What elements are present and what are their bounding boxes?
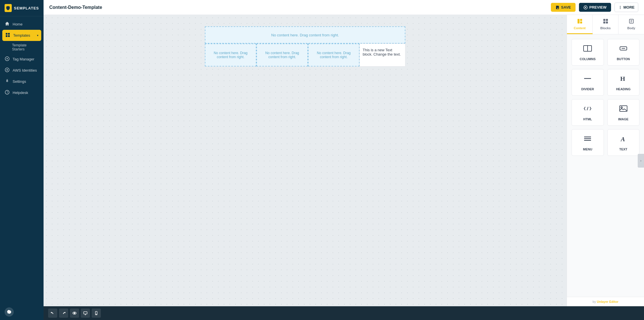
preview-icon [584,5,588,9]
sidebar-item-tag-manager[interactable]: Tag Manager [0,54,44,65]
svg-text:A: A [620,136,625,143]
mobile-view-button[interactable] [92,309,101,318]
chevron-down-icon: ▾ [37,34,38,37]
svg-rect-14 [580,19,582,21]
row-single-dropzone[interactable]: No content here. Drag content from right… [205,26,405,44]
template-starters-label: Template Starters [12,43,27,51]
save-label: SAVE [561,5,571,9]
col3-placeholder: No content here. Drag content from right… [311,51,356,59]
undo-button[interactable] [48,309,57,318]
content-blocks-grid: COLUMNS BUTTON [572,39,639,156]
svg-rect-2 [6,35,7,37]
logo-text: SEMPLATES [14,6,39,10]
tab-body-label: Body [627,26,635,30]
tab-content[interactable]: Content [567,15,593,34]
col1-placeholder: No content here. Drag content from right… [208,51,253,59]
right-panel: Content Blocks [567,15,644,306]
page-header: Content-Demo-Template SAVE PREVIEW MORE [44,0,644,15]
button-icon [619,44,628,55]
right-panel-tabs: Content Blocks [567,15,644,34]
svg-text:H: H [620,75,625,82]
text-block[interactable]: This is a new Text block. Change the tex… [360,44,405,66]
home-icon [5,21,10,27]
content-tab-icon [577,18,583,25]
svg-point-11 [620,7,621,7]
tag-icon [5,56,10,62]
page-title: Content-Demo-Template [49,5,547,10]
content-blocks-panel: COLUMNS BUTTON [567,34,644,297]
heading-label: HEADING [616,87,631,91]
html-icon [583,104,592,115]
svg-point-12 [620,8,621,9]
content-block-columns[interactable]: COLUMNS [572,39,604,66]
unlayer-link[interactable]: Unlayer Editor [597,300,618,303]
right-panel-footer: by Unlayer Editor [567,297,644,306]
main-area: Content-Demo-Template SAVE PREVIEW MORE [44,0,644,320]
col-drop-3[interactable]: No content here. Drag content from right… [308,44,360,66]
tab-content-label: Content [574,26,586,30]
content-block-html[interactable]: HTML [572,99,604,126]
desktop-icon [83,311,87,315]
svg-point-28 [621,107,622,108]
svg-text:?: ? [7,91,8,94]
sidebar-item-home[interactable]: Home [0,19,44,30]
blocks-tab-icon [603,18,608,25]
menu-label: MENU [583,148,592,151]
content-block-image[interactable]: IMAGE [607,99,640,126]
content-block-text[interactable]: A TEXT [607,129,640,156]
image-icon [619,104,628,115]
sidebar-item-aws-identities[interactable]: AWS Identities [0,65,44,76]
sidebar-item-settings-label: Settings [13,79,26,84]
text-icon: A [619,134,628,145]
sidebar-item-template-starters[interactable]: Template Starters [12,41,44,54]
undo-icon [51,311,55,315]
svg-rect-13 [578,19,580,23]
svg-rect-3 [8,35,10,37]
templates-icon [5,33,10,38]
logo-area: SEMPLATES [0,0,44,16]
svg-point-5 [7,58,8,59]
mobile-icon [94,311,98,315]
content-block-button[interactable]: BUTTON [607,39,640,66]
svg-rect-35 [84,312,87,314]
tab-blocks[interactable]: Blocks [593,15,619,34]
sidebar-item-templates-label: Templates [13,33,30,38]
content-block-heading[interactable]: H HEADING [607,69,640,96]
chat-button[interactable] [5,307,14,317]
sidebar-item-home-label: Home [13,22,23,26]
svg-point-39 [96,314,96,314]
divider-icon [583,74,592,85]
content-block-menu[interactable]: MENU [572,129,604,156]
svg-point-10 [620,6,621,6]
desktop-view-button[interactable] [81,309,90,318]
aws-icon [5,68,10,73]
col-drop-1[interactable]: No content here. Drag content from right… [205,44,256,66]
preview-toggle-button[interactable] [70,309,79,318]
image-label: IMAGE [618,117,629,121]
svg-rect-0 [6,33,7,35]
svg-rect-1 [8,33,10,35]
save-button[interactable]: SAVE [551,3,576,12]
template-canvas: No content here. Drag content from right… [205,26,405,66]
col-drop-2[interactable]: No content here. Drag content from right… [256,44,308,66]
email-canvas[interactable]: No content here. Drag content from right… [44,15,567,306]
svg-point-34 [74,313,75,314]
row-single-placeholder: No content here. Drag content from right… [271,33,339,37]
content-block-divider[interactable]: DIVIDER [572,69,604,96]
sidebar-item-helpdesk[interactable]: ? Helpdesk [0,87,44,98]
menu-icon [583,134,592,145]
svg-rect-15 [580,21,582,23]
panel-collapse-handle[interactable]: › [638,154,644,168]
columns-label: COLUMNS [580,57,596,61]
sidebar-item-templates[interactable]: Templates ▾ [2,30,41,41]
preview-button[interactable]: PREVIEW [579,3,611,12]
sidebar-item-settings[interactable]: Settings [0,76,44,87]
helpdesk-icon: ? [5,90,10,95]
save-icon [555,5,559,9]
svg-rect-27 [620,106,627,111]
svg-rect-16 [603,19,605,21]
sidebar-item-helpdesk-label: Helpdesk [13,91,28,95]
tab-body[interactable]: Body [619,15,644,34]
more-button[interactable]: MORE [614,3,638,12]
redo-button[interactable] [59,309,68,318]
